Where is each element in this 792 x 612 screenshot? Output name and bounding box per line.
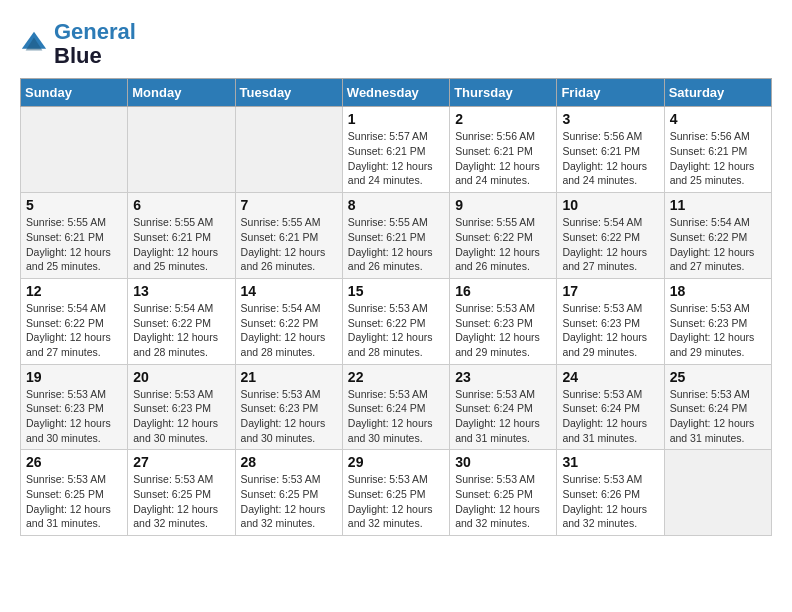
day-number: 17: [562, 283, 658, 299]
day-info: Sunrise: 5:53 AM Sunset: 6:24 PM Dayligh…: [348, 387, 444, 446]
day-number: 20: [133, 369, 229, 385]
day-info: Sunrise: 5:53 AM Sunset: 6:23 PM Dayligh…: [455, 301, 551, 360]
day-info: Sunrise: 5:55 AM Sunset: 6:21 PM Dayligh…: [348, 215, 444, 274]
day-number: 9: [455, 197, 551, 213]
day-info: Sunrise: 5:54 AM Sunset: 6:22 PM Dayligh…: [670, 215, 766, 274]
day-number: 19: [26, 369, 122, 385]
calendar-cell: 21Sunrise: 5:53 AM Sunset: 6:23 PM Dayli…: [235, 364, 342, 450]
calendar-cell: 15Sunrise: 5:53 AM Sunset: 6:22 PM Dayli…: [342, 278, 449, 364]
day-info: Sunrise: 5:54 AM Sunset: 6:22 PM Dayligh…: [133, 301, 229, 360]
day-info: Sunrise: 5:53 AM Sunset: 6:23 PM Dayligh…: [133, 387, 229, 446]
calendar-cell: 17Sunrise: 5:53 AM Sunset: 6:23 PM Dayli…: [557, 278, 664, 364]
day-info: Sunrise: 5:53 AM Sunset: 6:25 PM Dayligh…: [348, 472, 444, 531]
day-number: 28: [241, 454, 337, 470]
day-number: 21: [241, 369, 337, 385]
calendar-cell: 9Sunrise: 5:55 AM Sunset: 6:22 PM Daylig…: [450, 193, 557, 279]
calendar-cell: 5Sunrise: 5:55 AM Sunset: 6:21 PM Daylig…: [21, 193, 128, 279]
day-number: 11: [670, 197, 766, 213]
day-info: Sunrise: 5:53 AM Sunset: 6:24 PM Dayligh…: [455, 387, 551, 446]
calendar-cell: 7Sunrise: 5:55 AM Sunset: 6:21 PM Daylig…: [235, 193, 342, 279]
day-number: 6: [133, 197, 229, 213]
day-number: 29: [348, 454, 444, 470]
day-info: Sunrise: 5:53 AM Sunset: 6:25 PM Dayligh…: [241, 472, 337, 531]
day-number: 24: [562, 369, 658, 385]
day-number: 30: [455, 454, 551, 470]
day-number: 13: [133, 283, 229, 299]
day-number: 7: [241, 197, 337, 213]
calendar-cell: 27Sunrise: 5:53 AM Sunset: 6:25 PM Dayli…: [128, 450, 235, 536]
day-number: 10: [562, 197, 658, 213]
day-number: 8: [348, 197, 444, 213]
day-info: Sunrise: 5:54 AM Sunset: 6:22 PM Dayligh…: [26, 301, 122, 360]
calendar-cell: 1Sunrise: 5:57 AM Sunset: 6:21 PM Daylig…: [342, 107, 449, 193]
day-number: 12: [26, 283, 122, 299]
day-info: Sunrise: 5:56 AM Sunset: 6:21 PM Dayligh…: [670, 129, 766, 188]
calendar-cell: [664, 450, 771, 536]
day-info: Sunrise: 5:53 AM Sunset: 6:25 PM Dayligh…: [26, 472, 122, 531]
calendar-cell: 10Sunrise: 5:54 AM Sunset: 6:22 PM Dayli…: [557, 193, 664, 279]
day-number: 18: [670, 283, 766, 299]
column-header-sunday: Sunday: [21, 79, 128, 107]
calendar-table: SundayMondayTuesdayWednesdayThursdayFrid…: [20, 78, 772, 536]
day-info: Sunrise: 5:55 AM Sunset: 6:21 PM Dayligh…: [133, 215, 229, 274]
calendar-cell: 4Sunrise: 5:56 AM Sunset: 6:21 PM Daylig…: [664, 107, 771, 193]
day-info: Sunrise: 5:53 AM Sunset: 6:22 PM Dayligh…: [348, 301, 444, 360]
calendar-cell: 11Sunrise: 5:54 AM Sunset: 6:22 PM Dayli…: [664, 193, 771, 279]
day-number: 27: [133, 454, 229, 470]
day-number: 14: [241, 283, 337, 299]
calendar-cell: [21, 107, 128, 193]
calendar-cell: 6Sunrise: 5:55 AM Sunset: 6:21 PM Daylig…: [128, 193, 235, 279]
day-info: Sunrise: 5:56 AM Sunset: 6:21 PM Dayligh…: [455, 129, 551, 188]
calendar-cell: 8Sunrise: 5:55 AM Sunset: 6:21 PM Daylig…: [342, 193, 449, 279]
day-info: Sunrise: 5:53 AM Sunset: 6:23 PM Dayligh…: [670, 301, 766, 360]
day-info: Sunrise: 5:53 AM Sunset: 6:24 PM Dayligh…: [562, 387, 658, 446]
calendar-cell: 25Sunrise: 5:53 AM Sunset: 6:24 PM Dayli…: [664, 364, 771, 450]
day-number: 22: [348, 369, 444, 385]
day-info: Sunrise: 5:55 AM Sunset: 6:21 PM Dayligh…: [241, 215, 337, 274]
day-info: Sunrise: 5:53 AM Sunset: 6:23 PM Dayligh…: [562, 301, 658, 360]
day-number: 5: [26, 197, 122, 213]
calendar-cell: 20Sunrise: 5:53 AM Sunset: 6:23 PM Dayli…: [128, 364, 235, 450]
calendar-cell: [128, 107, 235, 193]
day-info: Sunrise: 5:54 AM Sunset: 6:22 PM Dayligh…: [241, 301, 337, 360]
day-info: Sunrise: 5:55 AM Sunset: 6:21 PM Dayligh…: [26, 215, 122, 274]
calendar-cell: 22Sunrise: 5:53 AM Sunset: 6:24 PM Dayli…: [342, 364, 449, 450]
calendar-cell: 12Sunrise: 5:54 AM Sunset: 6:22 PM Dayli…: [21, 278, 128, 364]
calendar-cell: 30Sunrise: 5:53 AM Sunset: 6:25 PM Dayli…: [450, 450, 557, 536]
day-info: Sunrise: 5:53 AM Sunset: 6:25 PM Dayligh…: [133, 472, 229, 531]
day-info: Sunrise: 5:57 AM Sunset: 6:21 PM Dayligh…: [348, 129, 444, 188]
logo-icon: [20, 30, 48, 58]
day-info: Sunrise: 5:53 AM Sunset: 6:23 PM Dayligh…: [241, 387, 337, 446]
calendar-cell: 2Sunrise: 5:56 AM Sunset: 6:21 PM Daylig…: [450, 107, 557, 193]
column-header-thursday: Thursday: [450, 79, 557, 107]
calendar-cell: 29Sunrise: 5:53 AM Sunset: 6:25 PM Dayli…: [342, 450, 449, 536]
logo: GeneralBlue: [20, 20, 136, 68]
column-header-wednesday: Wednesday: [342, 79, 449, 107]
day-info: Sunrise: 5:53 AM Sunset: 6:24 PM Dayligh…: [670, 387, 766, 446]
calendar-cell: 23Sunrise: 5:53 AM Sunset: 6:24 PM Dayli…: [450, 364, 557, 450]
day-number: 25: [670, 369, 766, 385]
day-number: 3: [562, 111, 658, 127]
calendar-cell: 19Sunrise: 5:53 AM Sunset: 6:23 PM Dayli…: [21, 364, 128, 450]
day-number: 2: [455, 111, 551, 127]
day-number: 31: [562, 454, 658, 470]
calendar-cell: 3Sunrise: 5:56 AM Sunset: 6:21 PM Daylig…: [557, 107, 664, 193]
day-info: Sunrise: 5:53 AM Sunset: 6:25 PM Dayligh…: [455, 472, 551, 531]
day-info: Sunrise: 5:53 AM Sunset: 6:26 PM Dayligh…: [562, 472, 658, 531]
calendar-cell: [235, 107, 342, 193]
logo-text: GeneralBlue: [54, 20, 136, 68]
column-header-saturday: Saturday: [664, 79, 771, 107]
day-info: Sunrise: 5:55 AM Sunset: 6:22 PM Dayligh…: [455, 215, 551, 274]
column-header-friday: Friday: [557, 79, 664, 107]
calendar-cell: 28Sunrise: 5:53 AM Sunset: 6:25 PM Dayli…: [235, 450, 342, 536]
column-header-monday: Monday: [128, 79, 235, 107]
calendar-cell: 18Sunrise: 5:53 AM Sunset: 6:23 PM Dayli…: [664, 278, 771, 364]
day-info: Sunrise: 5:54 AM Sunset: 6:22 PM Dayligh…: [562, 215, 658, 274]
day-number: 16: [455, 283, 551, 299]
day-number: 23: [455, 369, 551, 385]
column-header-tuesday: Tuesday: [235, 79, 342, 107]
page-header: GeneralBlue: [20, 20, 772, 68]
calendar-cell: 24Sunrise: 5:53 AM Sunset: 6:24 PM Dayli…: [557, 364, 664, 450]
calendar-cell: 14Sunrise: 5:54 AM Sunset: 6:22 PM Dayli…: [235, 278, 342, 364]
day-number: 4: [670, 111, 766, 127]
